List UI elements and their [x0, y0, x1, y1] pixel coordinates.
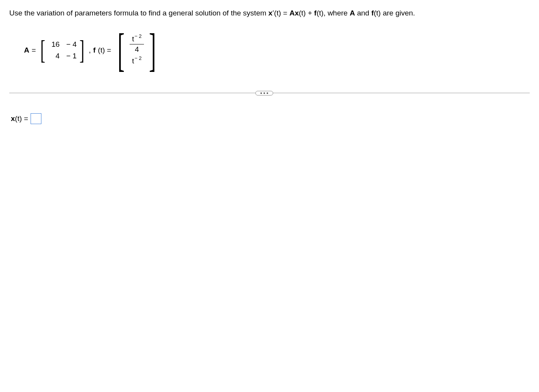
vector-f: [ t − 2 4 t − 2 ] — [113, 31, 160, 70]
problem-statement: Use the variation of parameters formula … — [9, 8, 530, 19]
left-bracket-icon: [ — [40, 38, 45, 62]
right-bracket-tall-icon: ] — [149, 31, 156, 70]
matrix-A-row-1: 16 − 4 — [48, 40, 77, 49]
fraction-bottom: 4 — [132, 44, 141, 54]
ellipsis-dot-icon — [260, 92, 262, 94]
vector-f-arg: (t) = — [98, 46, 111, 55]
ellipsis-dot-icon — [264, 92, 265, 94]
matrix-A-row-2: 4 − 1 — [48, 52, 77, 60]
f-bot-exp: − 2 — [135, 55, 142, 61]
answer-x-label: x — [11, 114, 15, 123]
equation-block: A = [ 16 − 4 4 − 1 ] , f(t) = [ t − 2 — [24, 31, 530, 70]
matrix-A-label: A — [24, 46, 29, 55]
vector-f-content: t − 2 4 t − 2 — [129, 35, 145, 65]
f-top-base: t — [132, 35, 134, 43]
answer-arg: (t) = — [15, 114, 28, 123]
expand-button[interactable] — [255, 91, 273, 95]
ellipsis-dot-icon — [267, 92, 268, 94]
fraction-top: t − 2 — [130, 35, 144, 44]
eq-and: and — [355, 9, 371, 17]
eq-x-lhs: x — [269, 9, 273, 17]
eq-arg3: (t), where — [317, 9, 350, 17]
comma: , — [89, 46, 91, 55]
vector-f-label: f — [93, 46, 96, 55]
left-bracket-tall-icon: [ — [118, 31, 125, 70]
divider-row — [9, 89, 530, 98]
f-bot-base: t — [132, 57, 134, 65]
f-top-exp: − 2 — [135, 33, 142, 39]
f-bottom: t − 2 — [132, 57, 142, 65]
eq-x-mid: x — [295, 9, 299, 17]
eq-arg4: (t) are given. — [374, 9, 415, 17]
matrix-A-content: 16 − 4 4 − 1 — [47, 40, 77, 60]
matrix-A-r2c1: 4 — [48, 52, 60, 60]
matrix-A: [ 16 − 4 4 − 1 ] — [38, 38, 87, 62]
eq-A2: A — [350, 9, 355, 17]
matrix-A-r1c1: 16 — [48, 40, 60, 49]
eq-A: A — [289, 9, 295, 17]
matrix-A-r1c2: − 4 — [65, 40, 77, 49]
eq-arg1: (t) = — [274, 9, 289, 17]
equals-1: = — [32, 46, 36, 55]
answer-row: x(t) = — [11, 113, 530, 124]
problem-prefix: Use the variation of parameters formula … — [9, 9, 269, 17]
fraction: t − 2 4 — [130, 35, 144, 54]
answer-input[interactable] — [31, 113, 41, 124]
eq-arg2: (t) + — [299, 9, 314, 17]
right-bracket-icon: ] — [79, 38, 84, 62]
matrix-A-r2c2: − 1 — [65, 52, 77, 60]
